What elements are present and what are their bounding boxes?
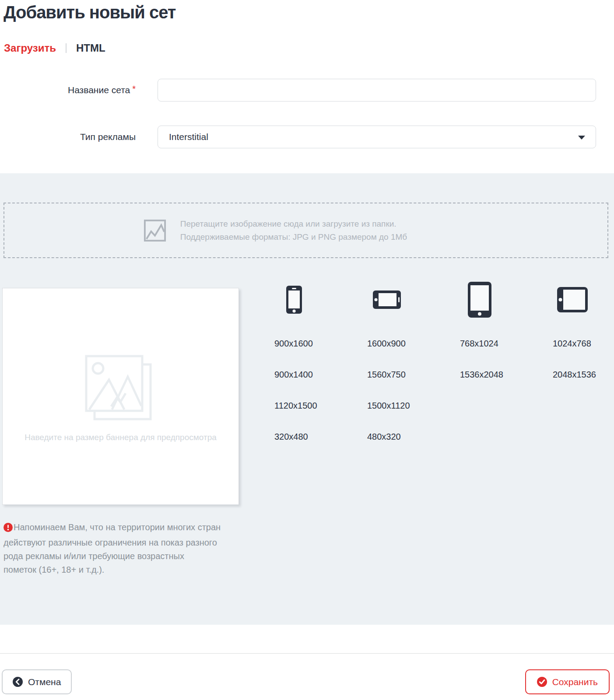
upload-section: Перетащите изображение сюда или загрузит… bbox=[0, 173, 614, 625]
cancel-button-label: Отмена bbox=[28, 677, 61, 687]
size-option[interactable]: 768x1024 bbox=[457, 338, 550, 349]
phone-landscape-icon bbox=[373, 290, 401, 309]
dropzone-line1: Перетащите изображение сюда или загрузит… bbox=[180, 217, 407, 231]
size-option[interactable]: 1600x900 bbox=[364, 338, 457, 349]
device-column-tablet-landscape: 1024x768 2048x1536 bbox=[550, 282, 614, 442]
size-option[interactable]: 1120x1500 bbox=[271, 400, 364, 411]
warning-line-1: Напоминаем Вам, что на территории многих… bbox=[14, 522, 221, 532]
size-option[interactable]: 1560x750 bbox=[364, 369, 457, 380]
chart-image-icon bbox=[144, 219, 166, 242]
size-option[interactable]: 900x1400 bbox=[271, 369, 364, 380]
size-option[interactable]: 480x320 bbox=[364, 431, 457, 442]
page-title: Добавить новый сет bbox=[0, 0, 614, 22]
ad-type-selected-value: Interstitial bbox=[169, 132, 208, 142]
ad-type-label: Тип рекламы bbox=[0, 132, 136, 142]
size-option[interactable]: 1500x1120 bbox=[364, 400, 457, 411]
device-column-phone-portrait: 900x1600 900x1400 1120x1500 320x480 bbox=[271, 282, 364, 442]
dropzone-line2: Поддерживаемые форматы: JPG и PNG размер… bbox=[180, 231, 407, 244]
banner-sizes-grid: 900x1600 900x1400 1120x1500 320x480 1600… bbox=[271, 282, 614, 442]
tab-separator bbox=[66, 43, 67, 53]
warning-line-4: пометок (16+, 18+ и т.д.). bbox=[4, 563, 249, 577]
size-option[interactable]: 900x1600 bbox=[271, 338, 364, 349]
image-placeholder-icon bbox=[85, 355, 157, 425]
size-option[interactable]: 320x480 bbox=[271, 431, 364, 442]
required-asterisk: * bbox=[132, 84, 136, 94]
set-name-input[interactable] bbox=[158, 79, 596, 102]
tablet-landscape-icon bbox=[557, 287, 588, 312]
tab-html[interactable]: HTML bbox=[76, 42, 105, 54]
size-option[interactable]: 1024x768 bbox=[550, 338, 614, 349]
check-circle-icon bbox=[537, 677, 547, 687]
save-button[interactable]: Сохранить bbox=[525, 669, 610, 694]
cancel-button[interactable]: Отмена bbox=[2, 669, 72, 694]
phone-portrait-icon bbox=[286, 286, 302, 314]
dropzone-text: Перетащите изображение сюда или загрузит… bbox=[180, 217, 407, 244]
legal-warning: Напоминаем Вам, что на территории многих… bbox=[4, 521, 249, 577]
size-option[interactable]: 2048x1536 bbox=[550, 369, 614, 380]
size-option[interactable]: 1536x2048 bbox=[457, 369, 550, 380]
set-name-label: Название сета* bbox=[0, 85, 136, 95]
device-column-tablet-portrait: 768x1024 1536x2048 bbox=[457, 282, 550, 442]
warning-line-3: рода рекламы и/или требующие возрастных bbox=[4, 550, 249, 563]
image-dropzone[interactable]: Перетащите изображение сюда или загрузит… bbox=[4, 203, 608, 258]
alert-icon bbox=[4, 522, 13, 536]
tablet-portrait-icon bbox=[468, 282, 491, 318]
footer-divider bbox=[0, 653, 614, 654]
back-arrow-icon bbox=[13, 677, 23, 687]
banner-preview-panel: Наведите на размер баннера для предпросм… bbox=[2, 288, 239, 505]
chevron-down-icon bbox=[578, 136, 585, 140]
save-button-label: Сохранить bbox=[552, 677, 598, 687]
preview-hint: Наведите на размер баннера для предпросм… bbox=[3, 433, 239, 442]
device-column-phone-landscape: 1600x900 1560x750 1500x1120 480x320 bbox=[364, 282, 457, 442]
footer: Отмена Сохранить bbox=[2, 669, 610, 694]
tab-upload[interactable]: Загрузить bbox=[4, 42, 56, 54]
warning-line-2: действуют различные ограничения на показ… bbox=[4, 536, 249, 550]
ad-type-select[interactable]: Interstitial bbox=[158, 126, 596, 148]
tabs: Загрузить HTML bbox=[4, 42, 614, 54]
